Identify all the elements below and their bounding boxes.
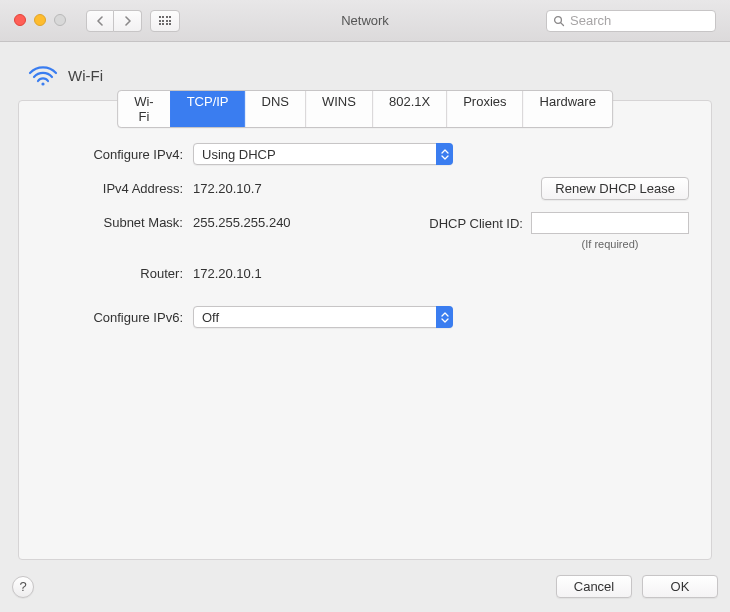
svg-line-1 xyxy=(561,22,564,25)
close-window-button[interactable] xyxy=(14,14,26,26)
dhcp-client-id-input[interactable] xyxy=(531,212,689,234)
configure-ipv4-select[interactable]: Using DHCP xyxy=(193,143,453,165)
ok-button[interactable]: OK xyxy=(642,575,718,598)
footer: ? Cancel OK xyxy=(12,575,718,598)
ipv4-address-label: IPv4 Address: xyxy=(41,181,183,196)
search-field-wrap[interactable] xyxy=(546,10,716,32)
configure-ipv6-select[interactable]: Off xyxy=(193,306,453,328)
show-all-button[interactable] xyxy=(150,10,180,32)
tcpip-form: Configure IPv4: Using DHCP IPv4 Address:… xyxy=(19,101,711,328)
tab-dns[interactable]: DNS xyxy=(245,91,305,127)
zoom-window-button xyxy=(54,14,66,26)
chevron-right-icon xyxy=(124,16,132,26)
help-button[interactable]: ? xyxy=(12,576,34,598)
if-required-hint: (If required) xyxy=(531,238,689,250)
window-controls xyxy=(14,14,66,26)
forward-button[interactable] xyxy=(114,10,142,32)
dhcp-client-id-label: DHCP Client ID: xyxy=(429,216,523,231)
settings-panel: Wi-Fi TCP/IP DNS WINS 802.1X Proxies Har… xyxy=(18,100,712,560)
nav-buttons xyxy=(86,10,142,32)
ipv4-address-value: 172.20.10.7 xyxy=(193,181,262,196)
updown-icon xyxy=(436,143,453,165)
wifi-icon xyxy=(28,64,58,86)
content-area: Wi-Fi Wi-Fi TCP/IP DNS WINS 802.1X Proxi… xyxy=(0,42,730,612)
grid-icon xyxy=(159,16,172,25)
router-value: 172.20.10.1 xyxy=(193,266,262,281)
renew-dhcp-button[interactable]: Renew DHCP Lease xyxy=(541,177,689,200)
minimize-window-button[interactable] xyxy=(34,14,46,26)
cancel-button[interactable]: Cancel xyxy=(556,575,632,598)
tab-tcpip[interactable]: TCP/IP xyxy=(170,91,245,127)
pane-header: Wi-Fi xyxy=(28,64,718,86)
network-preferences-window: Network Wi-Fi Wi-Fi TCP/IP DNS WINS xyxy=(0,0,730,612)
tab-bar: Wi-Fi TCP/IP DNS WINS 802.1X Proxies Har… xyxy=(117,90,613,128)
router-label: Router: xyxy=(41,266,183,281)
configure-ipv6-value: Off xyxy=(202,310,219,325)
tab-proxies[interactable]: Proxies xyxy=(446,91,522,127)
subnet-mask-value: 255.255.255.240 xyxy=(193,212,291,230)
back-button[interactable] xyxy=(86,10,114,32)
titlebar: Network xyxy=(0,0,730,42)
configure-ipv4-value: Using DHCP xyxy=(202,147,276,162)
tab-wins[interactable]: WINS xyxy=(305,91,372,127)
search-icon xyxy=(553,15,565,27)
tab-8021x[interactable]: 802.1X xyxy=(372,91,446,127)
chevron-left-icon xyxy=(96,16,104,26)
tab-hardware[interactable]: Hardware xyxy=(523,91,612,127)
tab-wifi[interactable]: Wi-Fi xyxy=(118,91,170,127)
configure-ipv6-label: Configure IPv6: xyxy=(41,310,183,325)
window-title: Network xyxy=(341,13,389,28)
svg-point-2 xyxy=(41,82,44,85)
configure-ipv4-label: Configure IPv4: xyxy=(41,147,183,162)
search-input[interactable] xyxy=(570,13,730,28)
page-title: Wi-Fi xyxy=(68,67,103,84)
subnet-mask-label: Subnet Mask: xyxy=(41,212,183,230)
updown-icon xyxy=(436,306,453,328)
